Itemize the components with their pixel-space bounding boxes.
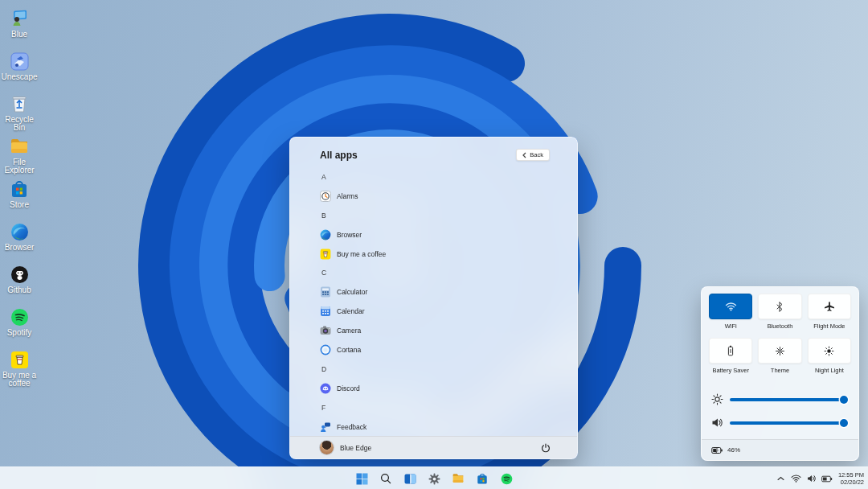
section-letter[interactable]: C [290, 263, 577, 282]
desktop-icon-label: Github [7, 286, 31, 294]
section-letter[interactable]: D [290, 360, 577, 379]
start-menu-panel: All apps Back A Alarms B Browser [289, 137, 578, 459]
app-row-calculator[interactable]: Calculator [290, 282, 577, 302]
store-button[interactable] [473, 470, 491, 487]
brightness-slider[interactable] [730, 398, 847, 401]
desktop-icon-blue[interactable]: Blue [0, 6, 39, 49]
user-avatar [320, 441, 334, 454]
desktop-icon-browser[interactable]: Browser [0, 220, 39, 262]
user-profile-button[interactable]: Blue Edge [320, 441, 371, 454]
app-row-calendar[interactable]: Calendar [290, 302, 577, 321]
battery-percent: 46% [727, 446, 740, 454]
brightness-slider-row [711, 388, 847, 411]
app-row-camera[interactable]: Camera [290, 321, 577, 340]
app-row-feedback[interactable]: Feedback [290, 417, 577, 437]
file-explorer-icon [10, 137, 29, 156]
desktop: Blue Unescape Recycle Bin File Explorer … [0, 0, 868, 489]
desktop-icon-store[interactable]: Store [0, 177, 39, 220]
app-label: Buy me a coffee [337, 250, 386, 258]
search-button[interactable] [377, 470, 395, 487]
section-letter[interactable]: F [290, 398, 577, 417]
tray-wifi-button[interactable] [791, 473, 802, 484]
all-apps-title: All apps [320, 150, 358, 161]
desktop-icon-github[interactable]: Github [0, 262, 39, 305]
section-letter[interactable]: A [290, 167, 577, 187]
settings-gear-icon [428, 473, 440, 485]
settings-button[interactable] [425, 470, 443, 487]
file-explorer-button[interactable] [449, 470, 467, 487]
recycle-bin-icon [10, 94, 29, 113]
desktop-icon-spotify[interactable]: Spotify [0, 305, 39, 347]
toggle-label: Night Light [815, 367, 844, 374]
flight-mode-toggle-button[interactable] [808, 294, 851, 319]
desktop-icon-buy-me-a-coffee[interactable]: Buy me a coffee [0, 347, 39, 390]
desktop-icon-recycle-bin[interactable]: Recycle Bin [0, 92, 39, 134]
back-button-label: Back [530, 151, 543, 158]
calendar-icon [320, 306, 331, 317]
spotify-icon [10, 307, 29, 327]
quick-settings-sliders [711, 388, 847, 434]
app-label: Calculator [337, 288, 367, 296]
unescape-icon [10, 51, 29, 71]
volume-slider[interactable] [730, 421, 847, 425]
tray-battery-button[interactable] [821, 473, 833, 484]
task-view-icon [404, 474, 416, 484]
night-light-toggle-button[interactable] [808, 338, 851, 364]
section-letter-label: C [321, 269, 326, 277]
app-label: Calendar [337, 307, 365, 315]
desktop-icon-unescape[interactable]: Unescape [0, 49, 39, 92]
app-row-discord[interactable]: Discord [290, 379, 577, 398]
app-row-alarms[interactable]: Alarms [290, 187, 577, 206]
file-explorer-icon [452, 473, 465, 484]
windows-start-icon [356, 473, 368, 485]
toggle-cell-night-light: Night Light [808, 338, 851, 374]
theme-toggle-button[interactable] [758, 338, 801, 364]
section-letter[interactable]: B [290, 206, 577, 225]
bluetooth-icon [776, 302, 784, 312]
start-menu-footer: Blue Edge [290, 436, 577, 458]
chevron-up-icon [777, 476, 784, 481]
tray-overflow-button[interactable] [776, 473, 787, 484]
tray-volume-button[interactable] [806, 473, 817, 484]
desktop-icon-file-explorer[interactable]: File Explorer [0, 134, 39, 177]
desktop-icon-label: Store [10, 201, 29, 209]
chevron-left-icon [522, 152, 526, 158]
buy-me-a-coffee-icon [320, 249, 331, 260]
battery-saver-toggle-button[interactable] [709, 338, 752, 364]
clock-date: 02/20/22 [841, 479, 864, 486]
volume-slider-thumb[interactable] [840, 419, 848, 427]
toggle-label: WiFi [725, 323, 737, 330]
battery-saver-icon [727, 345, 734, 356]
wifi-icon [791, 475, 801, 483]
power-button[interactable] [538, 441, 553, 455]
desktop-icon-label: Unescape [1, 73, 37, 81]
power-icon [541, 443, 551, 453]
edge-browser-icon [10, 222, 29, 241]
app-label: Discord [337, 384, 360, 392]
desktop-icon-label: Browser [5, 244, 35, 252]
alarms-icon [320, 191, 331, 202]
bluetooth-toggle-button[interactable] [758, 294, 801, 319]
start-button[interactable] [353, 470, 371, 487]
clock[interactable]: 12:55 PM 02/20/22 [838, 471, 864, 486]
app-row-browser[interactable]: Browser [290, 225, 577, 244]
toggle-cell-theme: Theme [758, 338, 801, 374]
battery-icon [821, 475, 833, 483]
app-row-buy-me-a-coffee[interactable]: Buy me a coffee [290, 244, 577, 264]
section-letter-label: B [321, 212, 326, 220]
task-view-button[interactable] [401, 470, 419, 487]
desktop-icon-label: Blue [11, 31, 27, 39]
clock-time: 12:55 PM [838, 471, 864, 479]
brightness-icon [711, 393, 723, 405]
volume-slider-row [711, 411, 847, 434]
toggle-label: Flight Mode [813, 323, 845, 330]
spotify-button[interactable] [497, 470, 515, 487]
wifi-toggle-button[interactable] [709, 294, 752, 319]
calculator-icon [320, 286, 331, 298]
app-row-cortana[interactable]: Cortana [290, 340, 577, 360]
feedback-icon [320, 421, 331, 433]
desktop-icon-label: Spotify [7, 329, 32, 337]
app-label: Alarms [337, 192, 358, 200]
back-button[interactable]: Back [516, 149, 550, 161]
brightness-slider-thumb[interactable] [840, 396, 848, 404]
